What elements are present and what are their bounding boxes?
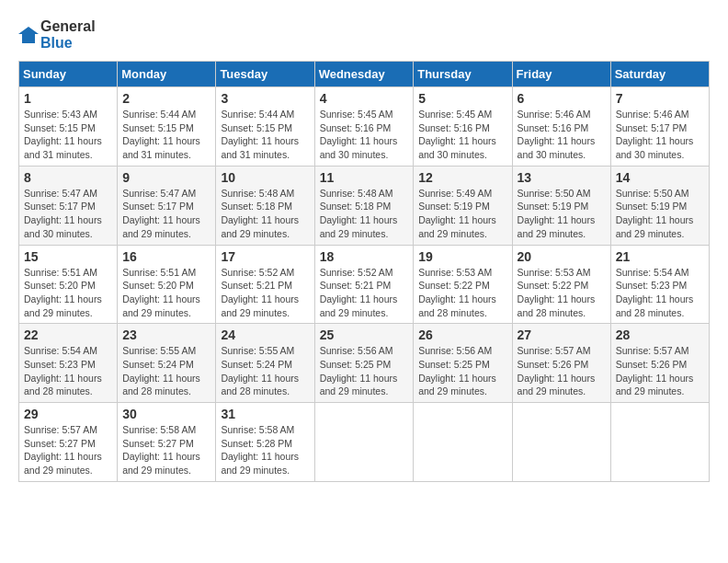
day-info: Sunrise: 5:53 AM Sunset: 5:22 PM Dayligh… (518, 266, 606, 320)
logo-container: General Blue (18, 18, 96, 52)
day-number: 27 (518, 327, 606, 342)
day-number: 2 (122, 91, 210, 106)
day-number: 21 (616, 249, 704, 264)
table-row: 28Sunrise: 5:57 AM Sunset: 5:26 PM Dayli… (610, 324, 709, 403)
day-info: Sunrise: 5:48 AM Sunset: 5:18 PM Dayligh… (221, 187, 309, 241)
day-info: Sunrise: 5:57 AM Sunset: 5:26 PM Dayligh… (616, 344, 704, 398)
table-row: 1Sunrise: 5:43 AM Sunset: 5:15 PM Daylig… (19, 87, 118, 167)
table-row (314, 403, 414, 482)
table-row: 10Sunrise: 5:48 AM Sunset: 5:18 PM Dayli… (216, 166, 314, 245)
table-row: 6Sunrise: 5:46 AM Sunset: 5:16 PM Daylig… (512, 87, 610, 167)
table-row: 5Sunrise: 5:45 AM Sunset: 5:16 PM Daylig… (414, 87, 512, 167)
table-row: 15Sunrise: 5:51 AM Sunset: 5:20 PM Dayli… (19, 245, 118, 324)
day-info: Sunrise: 5:55 AM Sunset: 5:24 PM Dayligh… (122, 344, 210, 398)
day-info: Sunrise: 5:45 AM Sunset: 5:16 PM Dayligh… (320, 108, 409, 162)
day-number: 29 (24, 407, 112, 421)
day-info: Sunrise: 5:52 AM Sunset: 5:21 PM Dayligh… (221, 266, 309, 320)
day-number: 19 (418, 249, 506, 264)
table-row: 22Sunrise: 5:54 AM Sunset: 5:23 PM Dayli… (19, 324, 118, 403)
day-number: 14 (616, 170, 704, 185)
day-number: 5 (418, 91, 506, 106)
day-info: Sunrise: 5:48 AM Sunset: 5:18 PM Dayligh… (320, 187, 409, 241)
day-info: Sunrise: 5:47 AM Sunset: 5:17 PM Dayligh… (24, 187, 112, 241)
table-row: 23Sunrise: 5:55 AM Sunset: 5:24 PM Dayli… (118, 324, 216, 403)
day-number: 18 (320, 249, 409, 264)
day-number: 7 (616, 91, 704, 106)
calendar-week-5: 29Sunrise: 5:57 AM Sunset: 5:27 PM Dayli… (19, 403, 710, 482)
day-info: Sunrise: 5:51 AM Sunset: 5:20 PM Dayligh… (24, 266, 112, 320)
day-number: 12 (418, 170, 506, 185)
day-info: Sunrise: 5:56 AM Sunset: 5:25 PM Dayligh… (418, 344, 506, 398)
page-header: General Blue (18, 18, 710, 52)
day-info: Sunrise: 5:46 AM Sunset: 5:16 PM Dayligh… (518, 108, 606, 162)
table-row: 17Sunrise: 5:52 AM Sunset: 5:21 PM Dayli… (216, 245, 314, 324)
table-row: 25Sunrise: 5:56 AM Sunset: 5:25 PM Dayli… (314, 324, 414, 403)
logo-general: General (40, 18, 96, 34)
day-header-monday: Monday (118, 62, 216, 87)
day-number: 4 (320, 91, 409, 106)
day-header-tuesday: Tuesday (216, 62, 314, 87)
day-info: Sunrise: 5:53 AM Sunset: 5:22 PM Dayligh… (418, 266, 506, 320)
day-info: Sunrise: 5:57 AM Sunset: 5:27 PM Dayligh… (24, 423, 112, 477)
day-info: Sunrise: 5:49 AM Sunset: 5:19 PM Dayligh… (418, 187, 506, 241)
day-number: 30 (122, 407, 210, 421)
days-header-row: SundayMondayTuesdayWednesdayThursdayFrid… (19, 62, 710, 87)
day-header-sunday: Sunday (19, 62, 118, 87)
table-row: 20Sunrise: 5:53 AM Sunset: 5:22 PM Dayli… (512, 245, 610, 324)
table-row: 21Sunrise: 5:54 AM Sunset: 5:23 PM Dayli… (610, 245, 709, 324)
day-info: Sunrise: 5:56 AM Sunset: 5:25 PM Dayligh… (320, 344, 409, 398)
day-number: 9 (122, 170, 210, 185)
table-row (610, 403, 709, 482)
table-row: 31Sunrise: 5:58 AM Sunset: 5:28 PM Dayli… (216, 403, 314, 482)
logo-bird-icon (18, 25, 39, 45)
table-row: 29Sunrise: 5:57 AM Sunset: 5:27 PM Dayli… (19, 403, 118, 482)
table-row: 13Sunrise: 5:50 AM Sunset: 5:19 PM Dayli… (512, 166, 610, 245)
day-number: 10 (221, 170, 309, 185)
day-info: Sunrise: 5:52 AM Sunset: 5:21 PM Dayligh… (320, 266, 409, 320)
day-info: Sunrise: 5:44 AM Sunset: 5:15 PM Dayligh… (221, 108, 309, 162)
calendar-table: SundayMondayTuesdayWednesdayThursdayFrid… (18, 61, 710, 482)
day-info: Sunrise: 5:44 AM Sunset: 5:15 PM Dayligh… (122, 108, 210, 162)
day-header-saturday: Saturday (610, 62, 709, 87)
day-number: 15 (24, 249, 112, 264)
table-row: 18Sunrise: 5:52 AM Sunset: 5:21 PM Dayli… (314, 245, 414, 324)
day-number: 23 (122, 327, 210, 342)
day-info: Sunrise: 5:54 AM Sunset: 5:23 PM Dayligh… (24, 344, 112, 398)
day-info: Sunrise: 5:51 AM Sunset: 5:20 PM Dayligh… (122, 266, 210, 320)
table-row: 11Sunrise: 5:48 AM Sunset: 5:18 PM Dayli… (314, 166, 414, 245)
day-info: Sunrise: 5:54 AM Sunset: 5:23 PM Dayligh… (616, 266, 704, 320)
day-info: Sunrise: 5:55 AM Sunset: 5:24 PM Dayligh… (221, 344, 309, 398)
day-number: 13 (518, 170, 606, 185)
day-number: 24 (221, 327, 309, 342)
table-row: 9Sunrise: 5:47 AM Sunset: 5:17 PM Daylig… (118, 166, 216, 245)
day-number: 26 (418, 327, 506, 342)
day-number: 3 (221, 91, 309, 106)
table-row: 26Sunrise: 5:56 AM Sunset: 5:25 PM Dayli… (414, 324, 512, 403)
day-info: Sunrise: 5:46 AM Sunset: 5:17 PM Dayligh… (616, 108, 704, 162)
day-info: Sunrise: 5:58 AM Sunset: 5:27 PM Dayligh… (122, 423, 210, 477)
day-number: 20 (518, 249, 606, 264)
day-number: 25 (320, 327, 409, 342)
table-row (414, 403, 512, 482)
table-row: 16Sunrise: 5:51 AM Sunset: 5:20 PM Dayli… (118, 245, 216, 324)
table-row (512, 403, 610, 482)
day-number: 31 (221, 407, 309, 421)
logo-blue: Blue (40, 35, 73, 51)
calendar-week-4: 22Sunrise: 5:54 AM Sunset: 5:23 PM Dayli… (19, 324, 710, 403)
table-row: 30Sunrise: 5:58 AM Sunset: 5:27 PM Dayli… (118, 403, 216, 482)
svg-marker-0 (18, 27, 39, 43)
table-row: 12Sunrise: 5:49 AM Sunset: 5:19 PM Dayli… (414, 166, 512, 245)
day-header-thursday: Thursday (414, 62, 512, 87)
day-info: Sunrise: 5:43 AM Sunset: 5:15 PM Dayligh… (24, 108, 112, 162)
day-info: Sunrise: 5:58 AM Sunset: 5:28 PM Dayligh… (221, 423, 309, 477)
table-row: 19Sunrise: 5:53 AM Sunset: 5:22 PM Dayli… (414, 245, 512, 324)
day-info: Sunrise: 5:45 AM Sunset: 5:16 PM Dayligh… (418, 108, 506, 162)
day-number: 1 (24, 91, 112, 106)
day-header-friday: Friday (512, 62, 610, 87)
calendar-week-1: 1Sunrise: 5:43 AM Sunset: 5:15 PM Daylig… (19, 87, 710, 167)
table-row: 3Sunrise: 5:44 AM Sunset: 5:15 PM Daylig… (216, 87, 314, 167)
calendar-week-2: 8Sunrise: 5:47 AM Sunset: 5:17 PM Daylig… (19, 166, 710, 245)
table-row: 8Sunrise: 5:47 AM Sunset: 5:17 PM Daylig… (19, 166, 118, 245)
day-info: Sunrise: 5:50 AM Sunset: 5:19 PM Dayligh… (616, 187, 704, 241)
day-number: 11 (320, 170, 409, 185)
